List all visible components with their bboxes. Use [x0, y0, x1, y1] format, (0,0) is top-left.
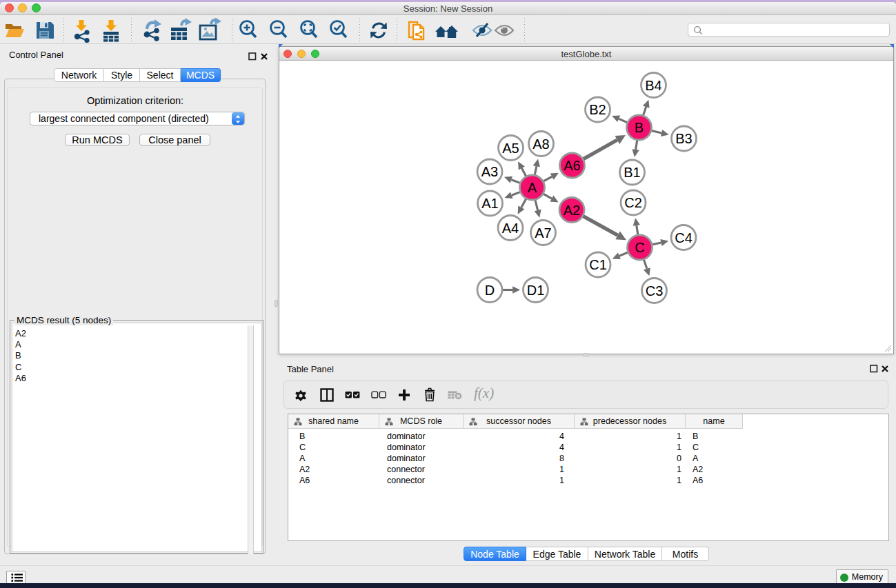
svg-text:A3: A3	[481, 164, 498, 179]
svg-text:A: A	[528, 180, 537, 195]
svg-text:A8: A8	[532, 136, 549, 152]
svg-text:B2: B2	[589, 102, 606, 117]
svg-text:C2: C2	[624, 195, 642, 210]
svg-text:D: D	[485, 283, 495, 298]
svg-text:B: B	[635, 120, 644, 135]
svg-text:A4: A4	[502, 221, 519, 236]
svg-text:A6: A6	[564, 158, 580, 173]
svg-text:C1: C1	[589, 257, 607, 272]
svg-text:A1: A1	[481, 196, 498, 211]
svg-text:C: C	[635, 240, 644, 255]
svg-text:B1: B1	[624, 165, 640, 180]
svg-text:A2: A2	[564, 203, 580, 218]
svg-text:A7: A7	[535, 225, 551, 241]
svg-text:A5: A5	[502, 141, 519, 156]
svg-text:C4: C4	[675, 230, 693, 245]
svg-text:B3: B3	[675, 131, 692, 146]
svg-text:C3: C3	[646, 283, 664, 298]
svg-text:B4: B4	[645, 78, 661, 93]
svg-text:D1: D1	[527, 283, 545, 298]
